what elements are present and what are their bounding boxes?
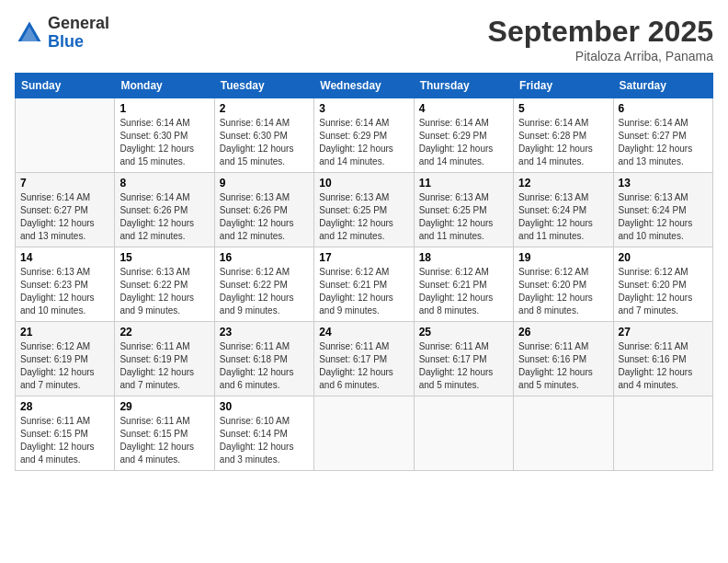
calendar-header-row: SundayMondayTuesdayWednesdayThursdayFrid… [16, 74, 713, 98]
day-number: 30 [220, 400, 309, 413]
day-number: 28 [20, 400, 109, 413]
day-number: 29 [119, 400, 209, 413]
cell-info: Sunrise: 6:13 AMSunset: 6:25 PMDaylight:… [319, 191, 408, 243]
calendar-cell: 5Sunrise: 6:14 AMSunset: 6:28 PMDaylight… [514, 98, 613, 173]
day-number: 20 [619, 251, 708, 264]
calendar-cell: 16Sunrise: 6:12 AMSunset: 6:22 PMDayligh… [214, 247, 313, 322]
cell-info: Sunrise: 6:13 AMSunset: 6:24 PMDaylight:… [518, 191, 608, 243]
month-title: September 2025 [488, 15, 713, 49]
calendar-cell [16, 98, 115, 173]
cell-info: Sunrise: 6:12 AMSunset: 6:22 PMDaylight:… [220, 266, 309, 317]
day-number: 10 [319, 177, 408, 190]
cell-info: Sunrise: 6:11 AMSunset: 6:18 PMDaylight:… [220, 340, 309, 392]
calendar-cell: 8Sunrise: 6:14 AMSunset: 6:26 PMDaylight… [115, 173, 214, 247]
calendar-cell: 30Sunrise: 6:10 AMSunset: 6:14 PMDayligh… [214, 396, 313, 471]
calendar-cell: 4Sunrise: 6:14 AMSunset: 6:29 PMDaylight… [414, 98, 513, 173]
day-number: 9 [220, 177, 309, 190]
logo-blue: Blue [48, 32, 84, 51]
calendar-cell [314, 396, 414, 471]
calendar-cell: 11Sunrise: 6:13 AMSunset: 6:25 PMDayligh… [414, 173, 513, 247]
calendar-cell: 25Sunrise: 6:11 AMSunset: 6:17 PMDayligh… [414, 322, 513, 396]
cell-info: Sunrise: 6:12 AMSunset: 6:21 PMDaylight:… [319, 266, 408, 317]
day-number: 5 [518, 102, 608, 115]
day-number: 22 [119, 326, 209, 339]
cell-info: Sunrise: 6:10 AMSunset: 6:14 PMDaylight:… [220, 415, 309, 466]
day-header-wednesday: Wednesday [314, 74, 414, 98]
day-number: 12 [518, 177, 608, 190]
calendar-cell: 2Sunrise: 6:14 AMSunset: 6:30 PMDaylight… [214, 98, 313, 173]
calendar-cell: 28Sunrise: 6:11 AMSunset: 6:15 PMDayligh… [16, 396, 115, 471]
calendar-week-row: 28Sunrise: 6:11 AMSunset: 6:15 PMDayligh… [16, 396, 713, 471]
day-number: 2 [220, 102, 309, 115]
day-number: 14 [20, 251, 109, 264]
calendar-cell: 23Sunrise: 6:11 AMSunset: 6:18 PMDayligh… [214, 322, 313, 396]
cell-info: Sunrise: 6:14 AMSunset: 6:27 PMDaylight:… [20, 191, 109, 243]
cell-info: Sunrise: 6:14 AMSunset: 6:29 PMDaylight:… [419, 117, 508, 168]
calendar-cell: 10Sunrise: 6:13 AMSunset: 6:25 PMDayligh… [314, 173, 414, 247]
calendar-cell: 26Sunrise: 6:11 AMSunset: 6:16 PMDayligh… [514, 322, 613, 396]
day-number: 4 [419, 102, 508, 115]
cell-info: Sunrise: 6:12 AMSunset: 6:19 PMDaylight:… [20, 340, 109, 392]
day-number: 15 [119, 251, 209, 264]
calendar-cell: 27Sunrise: 6:11 AMSunset: 6:16 PMDayligh… [613, 322, 712, 396]
logo: General Blue [15, 15, 109, 52]
logo-icon [15, 18, 44, 48]
day-number: 3 [319, 102, 408, 115]
cell-info: Sunrise: 6:12 AMSunset: 6:21 PMDaylight:… [419, 266, 508, 317]
day-number: 6 [619, 102, 708, 115]
day-number: 13 [619, 177, 708, 190]
cell-info: Sunrise: 6:11 AMSunset: 6:17 PMDaylight:… [319, 340, 408, 392]
calendar-cell [514, 396, 613, 471]
day-header-tuesday: Tuesday [214, 74, 313, 98]
day-number: 27 [619, 326, 708, 339]
calendar-cell: 6Sunrise: 6:14 AMSunset: 6:27 PMDaylight… [613, 98, 712, 173]
cell-info: Sunrise: 6:11 AMSunset: 6:15 PMDaylight:… [20, 415, 109, 466]
day-header-saturday: Saturday [613, 74, 712, 98]
day-number: 21 [20, 326, 109, 339]
cell-info: Sunrise: 6:11 AMSunset: 6:15 PMDaylight:… [119, 415, 209, 466]
calendar-cell: 14Sunrise: 6:13 AMSunset: 6:23 PMDayligh… [16, 247, 115, 322]
day-number: 23 [220, 326, 309, 339]
calendar-week-row: 14Sunrise: 6:13 AMSunset: 6:23 PMDayligh… [16, 247, 713, 322]
day-number: 11 [419, 177, 508, 190]
calendar-cell: 24Sunrise: 6:11 AMSunset: 6:17 PMDayligh… [314, 322, 414, 396]
day-number: 24 [319, 326, 408, 339]
calendar: SundayMondayTuesdayWednesdayThursdayFrid… [15, 73, 713, 471]
day-number: 16 [220, 251, 309, 264]
day-number: 1 [119, 102, 209, 115]
day-number: 17 [319, 251, 408, 264]
day-number: 7 [20, 177, 109, 190]
cell-info: Sunrise: 6:14 AMSunset: 6:27 PMDaylight:… [619, 117, 708, 168]
calendar-cell: 7Sunrise: 6:14 AMSunset: 6:27 PMDaylight… [16, 173, 115, 247]
cell-info: Sunrise: 6:13 AMSunset: 6:22 PMDaylight:… [119, 266, 209, 317]
calendar-cell: 3Sunrise: 6:14 AMSunset: 6:29 PMDaylight… [314, 98, 414, 173]
day-number: 25 [419, 326, 508, 339]
day-number: 18 [419, 251, 508, 264]
calendar-cell [414, 396, 513, 471]
cell-info: Sunrise: 6:11 AMSunset: 6:17 PMDaylight:… [419, 340, 508, 392]
calendar-cell [613, 396, 712, 471]
cell-info: Sunrise: 6:14 AMSunset: 6:30 PMDaylight:… [220, 117, 309, 168]
day-header-monday: Monday [115, 74, 214, 98]
day-number: 26 [518, 326, 608, 339]
cell-info: Sunrise: 6:12 AMSunset: 6:20 PMDaylight:… [619, 266, 708, 317]
cell-info: Sunrise: 6:11 AMSunset: 6:19 PMDaylight:… [119, 340, 209, 392]
calendar-cell: 21Sunrise: 6:12 AMSunset: 6:19 PMDayligh… [16, 322, 115, 396]
cell-info: Sunrise: 6:13 AMSunset: 6:25 PMDaylight:… [419, 191, 508, 243]
cell-info: Sunrise: 6:14 AMSunset: 6:30 PMDaylight:… [119, 117, 209, 168]
day-number: 19 [518, 251, 608, 264]
calendar-cell: 22Sunrise: 6:11 AMSunset: 6:19 PMDayligh… [115, 322, 214, 396]
day-number: 8 [119, 177, 209, 190]
logo-general: General [48, 14, 109, 32]
cell-info: Sunrise: 6:14 AMSunset: 6:26 PMDaylight:… [119, 191, 209, 243]
cell-info: Sunrise: 6:13 AMSunset: 6:23 PMDaylight:… [20, 266, 109, 317]
calendar-week-row: 1Sunrise: 6:14 AMSunset: 6:30 PMDaylight… [16, 98, 713, 173]
cell-info: Sunrise: 6:13 AMSunset: 6:26 PMDaylight:… [220, 191, 309, 243]
calendar-cell: 9Sunrise: 6:13 AMSunset: 6:26 PMDaylight… [214, 173, 313, 247]
logo-text: General Blue [48, 15, 109, 52]
day-header-friday: Friday [514, 74, 613, 98]
page-header: General Blue September 2025 Pitaloza Arr… [15, 15, 713, 63]
day-header-thursday: Thursday [414, 74, 513, 98]
calendar-week-row: 21Sunrise: 6:12 AMSunset: 6:19 PMDayligh… [16, 322, 713, 396]
calendar-cell: 19Sunrise: 6:12 AMSunset: 6:20 PMDayligh… [514, 247, 613, 322]
